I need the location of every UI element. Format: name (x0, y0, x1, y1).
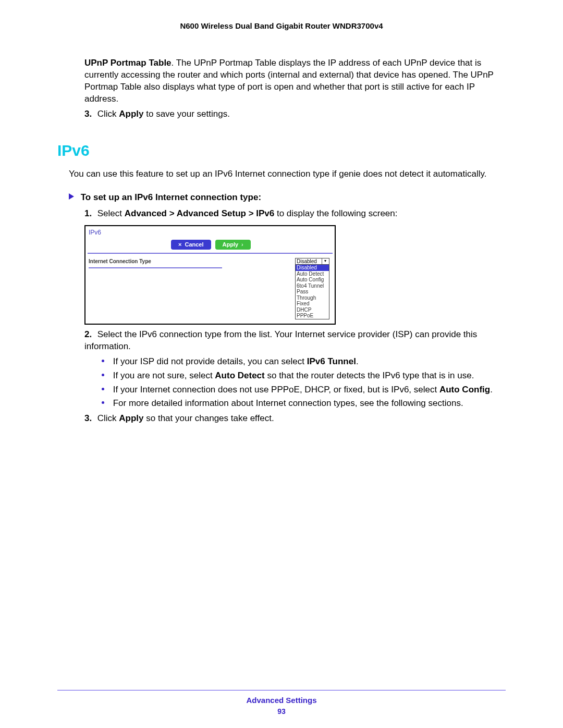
section-heading-ipv6: IPv6 (57, 140, 506, 162)
chevron-down-icon: ▾ (322, 258, 328, 264)
chevron-right-icon: › (241, 241, 243, 249)
panel-title: IPv6 (85, 226, 335, 238)
bullet-post: so that the router detects the IPv6 type… (265, 371, 474, 380)
step-number: 1. (84, 208, 95, 220)
option-dhcp[interactable]: DHCP (296, 307, 329, 313)
doc-header: N600 Wireless Dual Band Gigabit Router W… (57, 21, 506, 31)
bullet-pre: If you are not sure, select (113, 371, 215, 380)
option-pppoe[interactable]: PPPoE (296, 313, 329, 319)
option-auto-config[interactable]: Auto Config (296, 277, 329, 283)
ipv6-screenshot: IPv6 × Cancel Apply › Internet Connectio… (84, 225, 336, 325)
footer-section: Advanced Settings (0, 695, 563, 706)
bullet-1: If your ISP did not provide details, you… (102, 356, 506, 368)
bullet-post: . (490, 385, 493, 394)
cancel-button[interactable]: × Cancel (171, 240, 211, 250)
task-title: To set up an IPv6 Internet connection ty… (81, 192, 261, 202)
step-text-pre: Select (97, 208, 125, 218)
step-apply-top: 3. Click Apply to save your settings. (84, 108, 506, 120)
step-text-bold: Advanced > Advanced Setup > IPv6 (125, 208, 275, 218)
step-text-pre: Click (97, 413, 119, 423)
bullet-4: For more detailed information about Inte… (102, 398, 506, 410)
bullet-icon (102, 401, 104, 404)
page-footer: Advanced Settings 93 (0, 695, 563, 717)
step-2: 2. Select the IPv6 connection type from … (84, 329, 506, 353)
step-text-post: to display the following screen: (274, 208, 397, 218)
footer-divider (57, 690, 506, 690)
bullet-2: If you are not sure, select Auto Detect … (102, 370, 506, 382)
close-icon: × (178, 241, 181, 249)
step-text-post: so that your changes take effect. (144, 413, 274, 423)
upnp-bold: UPnP Portmap Table (84, 58, 172, 68)
step-number: 2. (84, 329, 95, 341)
select-value: Disabled (297, 258, 317, 265)
apply-label: Apply (223, 241, 239, 249)
bullet-pre: If your ISP did not provide details, you… (113, 356, 307, 366)
bullet-bold: Auto Config (439, 385, 490, 394)
step-number: 3. (84, 108, 95, 120)
bullet-post: . (356, 356, 359, 366)
step-number: 3. (84, 413, 95, 425)
bullet-icon (102, 388, 104, 390)
bullet-text: For more detailed information about Inte… (113, 398, 463, 408)
cancel-label: Cancel (185, 241, 203, 249)
bullet-icon (102, 360, 104, 362)
option-auto-detect[interactable]: Auto Detect (296, 271, 329, 277)
step-text-post: to save your settings. (144, 109, 230, 119)
step-1: 1. Select Advanced > Advanced Setup > IP… (84, 208, 506, 220)
step-apply-bottom: 3. Click Apply so that your changes take… (84, 413, 506, 425)
connection-type-listbox[interactable]: Disabled Auto Detect Auto Config 6to4 Tu… (295, 265, 329, 319)
bullet-3: If your Internet connection does not use… (102, 384, 506, 396)
upnp-paragraph: UPnP Portmap Table. The UPnP Portmap Tab… (84, 57, 506, 105)
bullet-bold: Auto Detect (215, 371, 264, 380)
option-pass-through[interactable]: Pass Through (296, 289, 329, 301)
option-6to4-tunnel[interactable]: 6to4 Tunnel (296, 283, 329, 289)
bullet-pre: If your Internet connection does not use… (113, 385, 439, 394)
chevron-right-icon (69, 193, 74, 200)
step-text-bold: Apply (119, 109, 143, 119)
panel-toolbar: × Cancel Apply › (88, 238, 333, 254)
option-disabled[interactable]: Disabled (296, 265, 329, 271)
step-text-pre: Click (97, 109, 119, 119)
field-label: Internet Connection Type (89, 258, 222, 268)
apply-button[interactable]: Apply › (215, 240, 251, 250)
step-text: Select the IPv6 connection type from the… (84, 329, 477, 351)
footer-page-number: 93 (0, 707, 563, 717)
task-heading: To set up an IPv6 Internet connection ty… (69, 192, 506, 204)
bullet-bold: IPv6 Tunnel (307, 356, 356, 366)
step-text-bold: Apply (119, 413, 143, 423)
ipv6-intro: You can use this feature to set up an IP… (69, 168, 506, 180)
option-fixed[interactable]: Fixed (296, 301, 329, 307)
connection-type-select[interactable]: Disabled ▾ (295, 258, 329, 265)
bullet-icon (102, 374, 104, 376)
